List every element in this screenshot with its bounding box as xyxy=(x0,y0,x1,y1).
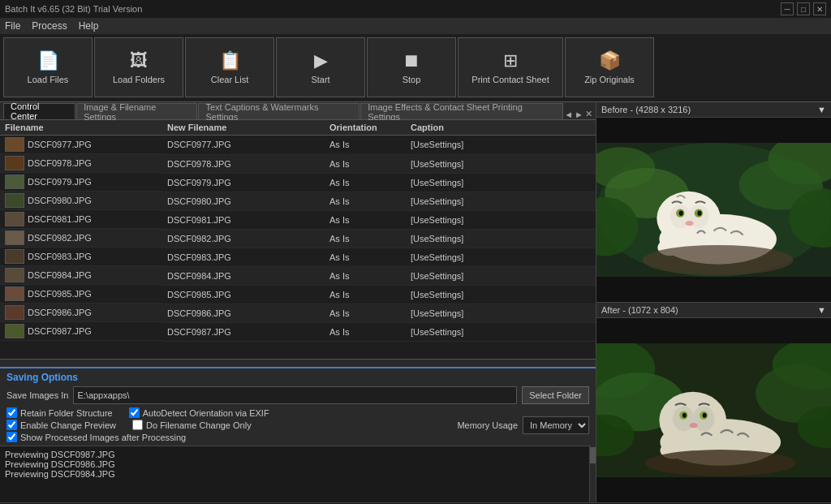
minimize-button[interactable]: ─ xyxy=(781,2,794,15)
svg-point-32 xyxy=(682,413,687,418)
cell-caption: [UseSettings] xyxy=(406,173,596,192)
table-row[interactable]: DSCF0985.JPG DSCF0985.JPG As Is [UseSett… xyxy=(0,285,596,304)
menu-bar: File Process Help xyxy=(0,18,831,34)
do-filename-checkbox[interactable]: Do Filename Change Only xyxy=(132,420,252,430)
before-preview-dropdown[interactable]: ▼ xyxy=(817,105,826,114)
tab-nav-left[interactable]: ◄ xyxy=(564,110,573,119)
maximize-button[interactable]: □ xyxy=(797,2,810,15)
after-preview-section: After - (1072 x 804) ▼ xyxy=(596,303,831,502)
load-files-button[interactable]: 📄 Load Files xyxy=(3,37,93,97)
thumbnail xyxy=(5,193,24,208)
menu-help[interactable]: Help xyxy=(79,20,99,32)
cell-orientation: As Is xyxy=(325,304,406,322)
thumbnail xyxy=(5,174,24,189)
save-images-in-label: Save Images In xyxy=(6,390,68,400)
thumbnail xyxy=(5,249,24,264)
table-row[interactable]: DSCF0984.JPG DSCF0984.JPG As Is [UseSett… xyxy=(0,266,596,285)
autodetect-checkbox[interactable]: AutoDetect Orientation via EXIF xyxy=(129,407,269,418)
table-row[interactable]: DSCF0980.JPG DSCF0980.JPG As Is [UseSett… xyxy=(0,192,596,210)
before-preview-image xyxy=(596,118,831,302)
window-controls[interactable]: ─ □ ✕ xyxy=(781,2,826,15)
tab-image-effects[interactable]: Image Effects & Contact Sheet Printing S… xyxy=(360,103,563,119)
before-preview-header: Before - (4288 x 3216) ▼ xyxy=(596,102,831,118)
close-button[interactable]: ✕ xyxy=(813,2,826,15)
table-row[interactable]: DSCF0979.JPG DSCF0979.JPG As Is [UseSett… xyxy=(0,173,596,192)
zip-originals-label: Zip Originals xyxy=(584,75,635,84)
print-contact-label: Print Contact Sheet xyxy=(471,75,549,84)
cell-new-filename: DSCF0980.JPG xyxy=(162,192,325,210)
cell-orientation: As Is xyxy=(325,154,406,173)
show-processed-checkbox[interactable]: Show Processed Images after Processing xyxy=(6,432,186,442)
print-contact-button[interactable]: ⊞ Print Contact Sheet xyxy=(458,37,563,97)
after-preview-title: After - (1072 x 804) xyxy=(601,305,678,315)
cell-filename: DSCF0984.JPG xyxy=(0,266,162,285)
log-scrollbar[interactable] xyxy=(589,446,596,502)
log-scroll-thumb[interactable] xyxy=(590,447,596,463)
cell-new-filename: DSCF0985.JPG xyxy=(162,285,325,304)
clear-list-icon: 📋 xyxy=(219,50,241,71)
after-tiger-svg xyxy=(596,343,831,477)
svg-point-37 xyxy=(645,450,796,476)
table-row[interactable]: DSCF0978.JPG DSCF0978.JPG As Is [UseSett… xyxy=(0,154,596,173)
tab-bar: Control Center Image & Filename Settings… xyxy=(0,102,596,120)
main-content: Control Center Image & Filename Settings… xyxy=(0,102,831,502)
table-row[interactable]: DSCF0987.JPG DSCF0987.JPG As Is [UseSett… xyxy=(0,322,596,341)
cell-new-filename: DSCF0987.JPG xyxy=(162,322,325,341)
after-preview-dropdown[interactable]: ▼ xyxy=(817,305,826,315)
load-folders-icon: 🖼 xyxy=(130,50,148,71)
cell-filename: DSCF0983.JPG xyxy=(0,248,162,266)
thumbnail xyxy=(5,137,24,152)
checkboxes-row3: Show Processed Images after Processing xyxy=(6,432,269,442)
log-line: Previewing DSCF0987.JPG xyxy=(5,450,584,459)
thumbnail xyxy=(5,212,24,226)
clear-list-label: Clear List xyxy=(211,75,248,84)
tab-close[interactable]: ✕ xyxy=(585,109,592,119)
cell-filename: DSCF0987.JPG xyxy=(0,322,162,341)
saving-options-title: Saving Options xyxy=(6,372,589,383)
title-bar: Batch It v6.65 (32 Bit) Trial Version ─ … xyxy=(0,0,831,18)
cell-caption: [UseSettings] xyxy=(406,229,596,248)
clear-list-button[interactable]: 📋 Clear List xyxy=(185,37,274,97)
table-row[interactable]: DSCF0986.JPG DSCF0986.JPG As Is [UseSett… xyxy=(0,304,596,322)
right-panel: Before - (4288 x 3216) ▼ xyxy=(596,102,831,502)
svg-point-33 xyxy=(703,413,707,418)
cell-orientation: As Is xyxy=(325,248,406,266)
memory-usage-select[interactable]: In Memory Disk Auto xyxy=(523,416,589,434)
load-folders-button[interactable]: 🖼 Load Folders xyxy=(94,37,183,97)
stop-button[interactable]: ⏹ Stop xyxy=(367,37,456,97)
file-table-container[interactable]: Filename New Filename Orientation Captio… xyxy=(0,120,596,359)
table-row[interactable]: DSCF0977.JPG DSCF0977.JPG As Is [UseSett… xyxy=(0,136,596,155)
menu-process[interactable]: Process xyxy=(32,20,67,32)
before-preview-section: Before - (4288 x 3216) ▼ xyxy=(596,102,831,303)
table-row[interactable]: DSCF0982.JPG DSCF0982.JPG As Is [UseSett… xyxy=(0,229,596,248)
thumbnail xyxy=(5,268,24,282)
svg-point-14 xyxy=(679,211,683,216)
table-row[interactable]: DSCF0981.JPG DSCF0981.JPG As Is [UseSett… xyxy=(0,210,596,229)
col-orientation: Orientation xyxy=(325,120,406,136)
tab-control-center[interactable]: Control Center xyxy=(3,103,75,119)
start-button[interactable]: ▶ Start xyxy=(276,37,365,97)
menu-file[interactable]: File xyxy=(5,20,20,32)
svg-point-19 xyxy=(643,245,794,275)
select-folder-button[interactable]: Select Folder xyxy=(522,386,589,404)
stop-label: Stop xyxy=(403,75,421,84)
cell-filename: DSCF0980.JPG xyxy=(0,192,162,210)
after-preview-header: After - (1072 x 804) ▼ xyxy=(596,303,831,318)
cell-filename: DSCF0985.JPG xyxy=(0,285,162,304)
table-row[interactable]: DSCF0983.JPG DSCF0983.JPG As Is [UseSett… xyxy=(0,248,596,266)
tab-image-filename[interactable]: Image & Filename Settings xyxy=(76,103,197,119)
retain-folder-checkbox[interactable]: Retain Folder Structure xyxy=(6,407,113,418)
app-title: Batch It v6.65 (32 Bit) Trial Version xyxy=(5,4,142,14)
before-preview-title: Before - (4288 x 3216) xyxy=(601,105,691,114)
save-path-input[interactable] xyxy=(73,386,517,404)
tab-navigation: ◄ ► ✕ xyxy=(564,109,592,119)
horizontal-scrollbar[interactable] xyxy=(0,359,596,367)
start-icon: ▶ xyxy=(314,50,328,71)
svg-point-15 xyxy=(697,211,701,216)
thumbnail xyxy=(5,286,24,301)
tab-nav-right[interactable]: ► xyxy=(575,110,583,119)
enable-change-checkbox[interactable]: Enable Change Preview xyxy=(6,420,116,430)
tab-text-captions[interactable]: Text Captions & Watermarks Settings xyxy=(198,103,360,119)
zip-originals-button[interactable]: 📦 Zip Originals xyxy=(565,37,654,97)
log-line: Previewing DSCF0986.JPG xyxy=(5,459,584,469)
